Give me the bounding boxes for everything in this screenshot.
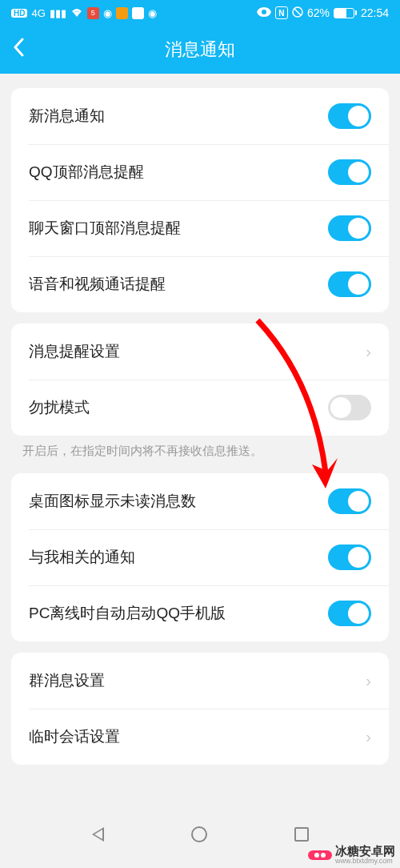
settings-group-2: 消息提醒设置 › 勿扰模式 [11, 323, 389, 436]
row-related-notify: 与我相关的通知 [11, 529, 389, 585]
row-dnd: 勿扰模式 [11, 380, 389, 436]
row-label: 临时会话设置 [29, 726, 120, 747]
row-pc-offline: PC离线时自动启动QQ手机版 [11, 585, 389, 641]
watermark-brand: 冰糖安卓网 [335, 845, 395, 857]
no-sound-icon [292, 6, 303, 20]
row-label: 桌面图标显示未读消息数 [29, 491, 196, 512]
row-group-msg[interactable]: 群消息设置 › [11, 653, 389, 709]
dnd-helper-text: 开启后，在指定时间内将不再接收信息推送。 [0, 436, 400, 462]
chevron-right-icon: › [366, 672, 371, 690]
chevron-right-icon: › [366, 343, 371, 361]
row-label: QQ顶部消息提醒 [29, 162, 144, 183]
row-voice-video: 语音和视频通话提醒 [11, 256, 389, 312]
nav-back-button[interactable] [92, 827, 104, 842]
app-icon-2: ◉ [103, 7, 112, 19]
battery-percent: 62% [307, 6, 330, 19]
clock: 22:54 [361, 6, 389, 19]
row-label: 与我相关的通知 [29, 547, 135, 568]
row-label: 聊天窗口顶部消息提醒 [29, 218, 181, 239]
row-reminder-settings[interactable]: 消息提醒设置 › [11, 323, 389, 380]
toggle-qq-top[interactable] [328, 159, 371, 185]
toggle-desktop-badge[interactable] [328, 488, 371, 514]
row-label: 消息提醒设置 [29, 341, 120, 362]
eye-icon [257, 7, 271, 19]
toggle-chat-top[interactable] [328, 215, 371, 241]
nav-home-button[interactable] [191, 826, 207, 842]
app-icon-3 [116, 7, 128, 19]
row-label: PC离线时自动启动QQ手机版 [29, 603, 226, 624]
toggle-related-notify[interactable] [328, 545, 371, 570]
row-label: 新消息通知 [29, 106, 105, 127]
chevron-right-icon: › [366, 728, 371, 746]
hd-icon: HD [11, 9, 27, 18]
status-left: HD 4G ▮▮▮ 5 ◉ ◉ [11, 7, 157, 19]
row-chat-top: 聊天窗口顶部消息提醒 [11, 200, 389, 256]
settings-group-3: 桌面图标显示未读消息数 与我相关的通知 PC离线时自动启动QQ手机版 [11, 473, 389, 641]
watermark-url: www.btxtdmy.com [335, 858, 395, 865]
toggle-dnd[interactable] [328, 395, 371, 420]
app-icon-1: 5 [87, 7, 99, 19]
row-desktop-badge: 桌面图标显示未读消息数 [11, 473, 389, 529]
watermark: 冰糖安卓网 www.btxtdmy.com [308, 845, 395, 865]
signal-bars-icon: ▮▮▮ [50, 7, 66, 19]
app-icon-4 [132, 7, 144, 19]
row-qq-top: QQ顶部消息提醒 [11, 144, 389, 200]
toggle-pc-offline[interactable] [328, 601, 371, 626]
header: 消息通知 [0, 26, 400, 74]
row-label: 勿扰模式 [29, 397, 90, 418]
signal-4g-icon: 4G [31, 7, 45, 19]
row-new-message: 新消息通知 [11, 88, 389, 144]
status-bar: HD 4G ▮▮▮ 5 ◉ ◉ N 62% 22:54 [0, 0, 400, 26]
toggle-voice-video[interactable] [328, 271, 371, 297]
page-title: 消息通知 [165, 38, 235, 62]
toggle-new-message[interactable] [328, 103, 371, 129]
settings-group-1: 新消息通知 QQ顶部消息提醒 聊天窗口顶部消息提醒 语音和视频通话提醒 [11, 88, 389, 312]
back-button[interactable] [13, 37, 24, 62]
wifi-icon [70, 7, 83, 19]
nfc-icon: N [275, 6, 288, 19]
watermark-badge-icon [308, 850, 332, 860]
row-label: 语音和视频通话提醒 [29, 274, 166, 295]
battery-icon [334, 8, 357, 18]
app-icon-5: ◉ [148, 7, 157, 19]
row-temp-session[interactable]: 临时会话设置 › [11, 709, 389, 765]
content: 新消息通知 QQ顶部消息提醒 聊天窗口顶部消息提醒 语音和视频通话提醒 消息提醒… [0, 88, 400, 765]
row-label: 群消息设置 [29, 670, 105, 691]
settings-group-4: 群消息设置 › 临时会话设置 › [11, 653, 389, 765]
status-right: N 62% 22:54 [257, 6, 389, 20]
nav-recent-button[interactable] [294, 827, 309, 842]
